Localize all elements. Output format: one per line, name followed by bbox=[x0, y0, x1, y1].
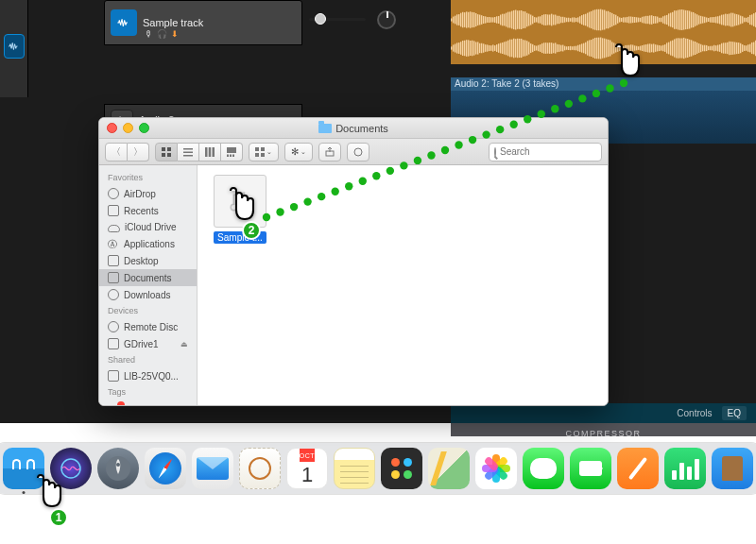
dock-app-reminders[interactable] bbox=[381, 448, 422, 489]
sidebar-item-icloud[interactable]: iCloud Drive bbox=[99, 219, 197, 235]
minimize-button[interactable] bbox=[123, 123, 133, 133]
search-field[interactable] bbox=[489, 143, 602, 162]
headphones-icon[interactable]: 🎧 bbox=[157, 29, 167, 39]
dock-app-siri[interactable] bbox=[50, 448, 92, 489]
zoom-button[interactable] bbox=[139, 123, 149, 133]
dock-app-keynote[interactable] bbox=[712, 448, 753, 489]
siri-icon bbox=[59, 456, 83, 481]
volume-slider[interactable] bbox=[309, 14, 366, 26]
svg-rect-243 bbox=[604, 39, 605, 59]
tab-controls[interactable]: Controls bbox=[677, 408, 712, 418]
back-button[interactable]: 〈 bbox=[105, 143, 128, 162]
dock-app-notes[interactable] bbox=[334, 448, 375, 489]
dock-app-facetime[interactable] bbox=[570, 448, 611, 489]
sidebar-item-applications[interactable]: ⒶApplications bbox=[99, 235, 197, 252]
svg-rect-64 bbox=[572, 17, 573, 22]
svg-rect-312 bbox=[734, 42, 735, 54]
arrange-button[interactable]: ⌄ bbox=[249, 143, 279, 162]
sidebar-item-gdrive[interactable]: GDrive1⏏ bbox=[99, 335, 197, 352]
svg-rect-12 bbox=[473, 12, 474, 27]
svg-rect-336 bbox=[230, 154, 232, 157]
svg-rect-206 bbox=[534, 45, 535, 51]
svg-rect-42 bbox=[530, 15, 531, 26]
svg-rect-318 bbox=[746, 45, 747, 51]
file-item-sample-track[interactable]: Sample t... bbox=[209, 175, 271, 245]
icon-view-button[interactable] bbox=[155, 143, 178, 162]
svg-rect-35 bbox=[517, 10, 518, 29]
forward-button[interactable]: 〉 bbox=[128, 143, 149, 162]
svg-rect-15 bbox=[479, 15, 480, 26]
svg-rect-19 bbox=[487, 17, 488, 23]
svg-rect-18 bbox=[485, 16, 486, 23]
svg-rect-115 bbox=[668, 13, 669, 26]
svg-rect-254 bbox=[625, 45, 626, 51]
svg-rect-95 bbox=[630, 17, 631, 24]
share-icon bbox=[325, 147, 335, 157]
dock-app-messages[interactable] bbox=[523, 448, 564, 489]
chevron-down-icon: ⌄ bbox=[266, 148, 272, 156]
dock-app-launchpad[interactable] bbox=[97, 448, 139, 489]
finder-titlebar[interactable]: Documents bbox=[99, 118, 608, 139]
share-button[interactable] bbox=[318, 143, 341, 162]
dock-app-maps[interactable] bbox=[428, 448, 470, 489]
svg-rect-306 bbox=[723, 42, 724, 53]
svg-rect-70 bbox=[583, 14, 584, 26]
sidebar-item-airdrop[interactable]: AirDrop bbox=[99, 185, 197, 202]
sidebar-item-documents[interactable]: Documents bbox=[99, 269, 197, 286]
audio-region-sample[interactable] bbox=[451, 0, 756, 64]
svg-rect-159 bbox=[751, 14, 752, 25]
input-device-button[interactable] bbox=[4, 34, 25, 59]
sidebar-item-downloads[interactable]: Downloads bbox=[99, 286, 197, 303]
svg-rect-332 bbox=[209, 147, 212, 157]
svg-rect-232 bbox=[583, 43, 584, 54]
svg-rect-168 bbox=[462, 41, 463, 56]
svg-rect-141 bbox=[717, 16, 718, 24]
mute-icon[interactable]: 🎙 bbox=[145, 29, 153, 39]
chevron-down-icon: ⌄ bbox=[301, 148, 306, 156]
tag-red-icon[interactable] bbox=[117, 401, 125, 405]
dock-app-contacts[interactable] bbox=[239, 448, 281, 489]
compressor-plugin-header[interactable]: COMPRESSOR bbox=[451, 423, 756, 436]
svg-rect-38 bbox=[523, 11, 524, 28]
tab-eq[interactable]: EQ bbox=[722, 406, 747, 420]
close-button[interactable] bbox=[107, 123, 117, 133]
sidebar-item-recents[interactable]: Recents bbox=[99, 202, 197, 219]
dock: OCT 1 bbox=[0, 443, 756, 494]
search-input[interactable] bbox=[500, 146, 609, 157]
svg-rect-218 bbox=[557, 44, 558, 52]
eject-icon[interactable]: ⏏ bbox=[180, 340, 188, 348]
dock-app-calendar[interactable]: OCT 1 bbox=[286, 448, 328, 489]
action-button[interactable]: ✻ ⌄ bbox=[284, 143, 313, 162]
svg-rect-121 bbox=[679, 9, 680, 30]
svg-rect-88 bbox=[617, 16, 618, 24]
sidebar-item-shared-computer[interactable]: LIB-25VQ0... bbox=[99, 367, 197, 384]
sidebar-item-remote-disc[interactable]: Remote Disc bbox=[99, 318, 197, 335]
svg-rect-167 bbox=[460, 42, 461, 55]
svg-rect-98 bbox=[636, 17, 637, 22]
svg-rect-127 bbox=[691, 12, 692, 28]
finder-content[interactable]: Sample t... bbox=[198, 165, 608, 405]
columns-icon bbox=[205, 147, 215, 157]
dock-app-photos[interactable] bbox=[475, 448, 517, 489]
dock-app-mail[interactable] bbox=[192, 448, 233, 489]
dock-app-pages[interactable] bbox=[617, 448, 659, 489]
sidebar-item-desktop[interactable]: Desktop bbox=[99, 252, 197, 269]
pan-knob[interactable] bbox=[377, 10, 396, 29]
tags-button[interactable] bbox=[347, 143, 369, 162]
svg-rect-44 bbox=[534, 17, 535, 23]
svg-rect-227 bbox=[574, 46, 575, 50]
svg-rect-300 bbox=[712, 46, 713, 51]
svg-rect-61 bbox=[566, 18, 567, 22]
dock-app-numbers[interactable] bbox=[664, 448, 706, 489]
svg-rect-77 bbox=[596, 9, 597, 30]
gallery-view-button[interactable] bbox=[221, 143, 243, 162]
column-view-button[interactable] bbox=[199, 143, 221, 162]
dock-app-safari[interactable] bbox=[145, 448, 186, 489]
svg-rect-29 bbox=[506, 13, 507, 27]
dock-app-finder[interactable] bbox=[3, 448, 44, 489]
list-view-button[interactable] bbox=[178, 143, 199, 162]
svg-rect-198 bbox=[519, 39, 520, 58]
track-monitor-icons[interactable]: 🎙 🎧 ⬇ bbox=[145, 29, 179, 39]
track-header-1[interactable]: Sample track 🎙 🎧 ⬇ bbox=[104, 0, 302, 45]
input-icon[interactable]: ⬇ bbox=[171, 29, 179, 39]
